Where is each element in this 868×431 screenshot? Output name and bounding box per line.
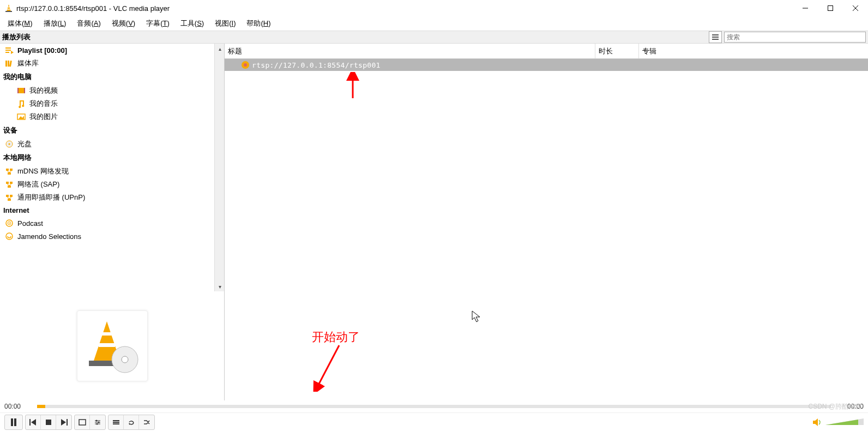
menu-video[interactable]: 视频(V)	[106, 17, 141, 30]
playlist-row[interactable]: rtsp://127.0.0.1:8554/rtsp001	[225, 59, 868, 71]
scroll-up-icon[interactable]: ▴	[215, 44, 224, 53]
menu-audio[interactable]: 音频(A)	[71, 17, 106, 30]
listview-toggle-button[interactable]	[709, 31, 722, 43]
svg-marker-56	[472, 311, 480, 322]
sidebar-item[interactable]: Jamendo Selections	[0, 230, 214, 243]
menu-tools[interactable]: 工具(S)	[175, 17, 209, 30]
menu-media[interactable]: 媒体(M)	[2, 17, 38, 30]
svg-rect-59	[29, 419, 31, 426]
sidebar-item[interactable]: 我的视频	[0, 84, 214, 97]
next-button[interactable]	[56, 415, 71, 429]
svg-rect-63	[67, 419, 68, 426]
svg-rect-30	[6, 182, 9, 184]
svg-rect-25	[6, 169, 9, 171]
menubar: 媒体(M) 播放(L) 音频(A) 视频(V) 字幕(T) 工具(S) 视图(I…	[0, 16, 868, 31]
sidebar-item-label: Jamendo Selections	[17, 232, 81, 241]
svg-point-69	[98, 421, 100, 423]
svg-line-28	[7, 171, 9, 172]
volume-icon[interactable]	[812, 418, 822, 427]
svg-rect-5	[828, 6, 833, 11]
sidebar-item[interactable]: Playlist [00:00]	[0, 44, 214, 57]
net-icon	[4, 166, 14, 176]
column-headers: 标题 时长 专辑	[225, 44, 868, 59]
sidebar-item[interactable]: 媒体库	[0, 57, 214, 70]
minimize-button[interactable]	[793, 0, 818, 16]
column-album[interactable]: 专辑	[639, 44, 868, 58]
svg-line-34	[9, 184, 11, 185]
playlist-header: 播放列表	[0, 31, 868, 44]
column-title[interactable]: 标题	[225, 44, 595, 58]
annotation-arrow-icon	[345, 72, 361, 99]
window-title: rtsp://127.0.0.1:8554/rtsp001 - VLC medi…	[16, 4, 170, 13]
sidebar-item-label: 媒体库	[17, 58, 39, 68]
svg-marker-62	[61, 419, 66, 426]
svg-rect-20	[24, 88, 25, 93]
svg-point-43	[6, 233, 13, 240]
controls-bar	[0, 412, 868, 431]
playlist-body[interactable]: rtsp://127.0.0.1:8554/rtsp001 开始动了	[225, 59, 868, 400]
sidebar-item[interactable]: 光盘	[0, 137, 214, 151]
maximize-button[interactable]	[818, 0, 843, 16]
close-button[interactable]	[843, 0, 868, 16]
svg-rect-61	[46, 420, 51, 425]
library-icon	[4, 58, 14, 68]
pause-button[interactable]	[5, 415, 22, 429]
playlist-button[interactable]	[108, 415, 124, 429]
svg-line-39	[9, 197, 11, 199]
sidebar-item[interactable]: mDNS 网络发现	[0, 165, 214, 178]
annotation-text: 开始动了	[312, 329, 360, 345]
shuffle-button[interactable]	[139, 415, 154, 429]
podcast-icon	[4, 218, 14, 228]
menu-help[interactable]: 帮助(H)	[241, 17, 276, 30]
mouse-cursor-icon	[471, 310, 482, 323]
seek-slider[interactable]	[37, 405, 831, 408]
loop-button[interactable]	[124, 415, 139, 429]
source-sidebar[interactable]: Playlist [00:00]媒体库我的电脑我的视频我的音乐我的图片设备光盘本…	[0, 44, 224, 291]
svg-marker-0	[7, 4, 11, 11]
ext-settings-button[interactable]	[90, 415, 105, 429]
jamendo-icon	[4, 231, 14, 241]
column-duration[interactable]: 时长	[595, 44, 639, 58]
scroll-down-icon[interactable]: ▾	[215, 282, 224, 291]
svg-rect-32	[8, 185, 11, 188]
menu-subtitle[interactable]: 字幕(T)	[141, 17, 175, 30]
sidebar-scrollbar[interactable]: ▴ ▾	[214, 44, 224, 291]
stop-button[interactable]	[41, 415, 56, 429]
vlc-cone-icon	[4, 4, 13, 13]
svg-line-38	[7, 197, 9, 199]
svg-marker-22	[19, 116, 24, 119]
svg-line-33	[7, 184, 9, 185]
svg-rect-58	[14, 418, 16, 426]
sidebar-item[interactable]: 我的音乐	[0, 97, 214, 110]
svg-rect-71	[113, 420, 119, 421]
svg-rect-2	[7, 9, 10, 10]
svg-rect-45	[101, 332, 112, 336]
search-input[interactable]	[724, 32, 866, 43]
svg-marker-60	[31, 419, 36, 426]
sidebar-item[interactable]: Podcast	[0, 217, 214, 230]
menu-playback[interactable]: 播放(L)	[38, 17, 72, 30]
prev-button[interactable]	[26, 415, 41, 429]
time-elapsed: 00:00	[4, 403, 32, 410]
net-icon	[4, 193, 14, 202]
volume-slider[interactable]	[825, 417, 864, 427]
svg-rect-11	[5, 47, 11, 49]
fullscreen-button[interactable]	[75, 415, 90, 429]
sidebar-item-label: mDNS 网络发现	[17, 166, 69, 176]
svg-point-49	[122, 356, 128, 363]
net-icon	[4, 179, 14, 189]
sidebar-item[interactable]: 我的图片	[0, 110, 214, 123]
svg-rect-35	[6, 195, 9, 197]
sidebar-item[interactable]: 网络流 (SAP)	[0, 178, 214, 191]
svg-line-29	[9, 171, 11, 172]
time-total: 00:00	[836, 403, 864, 410]
annotation-arrow2-icon	[312, 343, 345, 392]
svg-rect-31	[10, 182, 13, 184]
svg-marker-14	[11, 51, 14, 54]
sidebar-item[interactable]: 通用即插即播 (UPnP)	[0, 191, 214, 204]
menu-view[interactable]: 视图(I)	[209, 17, 241, 30]
svg-rect-27	[8, 172, 11, 175]
music-icon	[16, 99, 26, 109]
svg-marker-77	[825, 420, 858, 425]
svg-rect-26	[10, 169, 13, 171]
